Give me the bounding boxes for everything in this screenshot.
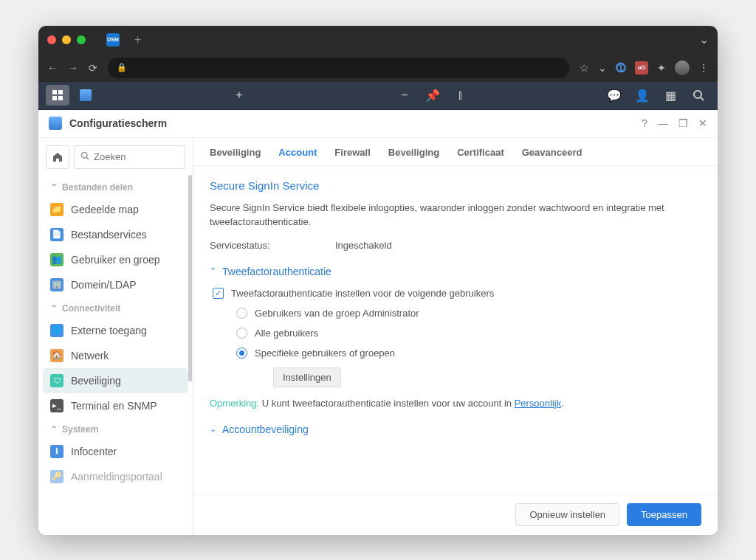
settings-button[interactable]: Instellingen [273, 367, 341, 387]
dsm-chat-icon[interactable]: 💬 [602, 85, 626, 106]
pocket-icon[interactable]: ⌄ [598, 62, 607, 74]
dsm-pin-button[interactable]: 📌 [421, 85, 444, 106]
dsm-toolbar: + − 📌 ⫿ 💬 👤 ▦ [38, 82, 718, 110]
browser-nav-bar: ← → ⟳ 🔒 ☆ ⌄ ⓵ uO ✦ ⋮ [38, 54, 718, 82]
checkbox-enable-2fa[interactable]: ✓ Tweefactorauthenticatie instellen voor… [213, 288, 701, 299]
minimize-icon[interactable]: — [658, 117, 668, 129]
onepassword-icon[interactable]: ⓵ [616, 62, 626, 74]
svg-rect-3 [58, 96, 63, 100]
tab-bar: Beveiliging Account Firewall Beveiliging… [193, 138, 718, 166]
sidebar-item-user-group[interactable]: 👥Gebruiker en groep [43, 247, 188, 272]
svg-rect-2 [52, 96, 57, 100]
close-window-icon[interactable] [47, 35, 56, 44]
close-icon[interactable]: ✕ [698, 117, 707, 129]
address-bar[interactable]: 🔒 [108, 58, 569, 78]
apply-button[interactable]: Toepassen [627, 503, 701, 526]
radio-icon [236, 328, 247, 339]
control-panel-icon [49, 117, 62, 130]
dsm-panel-button[interactable]: ⫿ [449, 85, 472, 106]
minimize-window-icon[interactable] [62, 35, 71, 44]
radio-all-users[interactable]: Alle gebruikers [236, 328, 701, 339]
dsm-control-panel-button[interactable] [74, 85, 97, 106]
extensions-icon[interactable]: ✦ [657, 62, 666, 74]
section-toggle-2fa[interactable]: ⌃ Tweefactorauthenticatie [210, 266, 701, 277]
tab-security1[interactable]: Beveiliging [210, 147, 261, 165]
sidebar-item-login-portal[interactable]: 🔑Aanmeldingsportaal [43, 464, 188, 489]
maximize-window-icon[interactable] [77, 35, 86, 44]
window-titlebar: Configuratiescherm ? — ❐ ✕ [38, 110, 718, 138]
svg-rect-0 [52, 90, 57, 94]
folder-icon: 📁 [50, 203, 63, 216]
domain-icon: 🏢 [50, 278, 63, 291]
sidebar-item-security[interactable]: 🛡Beveiliging [43, 368, 188, 393]
svg-point-4 [694, 91, 701, 98]
help-icon[interactable]: ? [642, 117, 647, 129]
sidebar-item-domain-ldap[interactable]: 🏢Domein/LDAP [43, 272, 188, 297]
sidebar-section-system[interactable]: ⌃Systeem [43, 418, 188, 439]
login-icon: 🔑 [50, 470, 63, 483]
sidebar-item-network[interactable]: 🏠Netwerk [43, 343, 188, 368]
settings-panel: Secure SignIn Service Secure SignIn Serv… [193, 166, 718, 494]
service-status-row: Servicestatus: Ingeschakeld [210, 240, 701, 251]
browser-tab-bar: DSM + ⌄ [38, 26, 718, 54]
dsm-widgets-icon[interactable]: ▦ [659, 85, 682, 106]
network-icon: 🏠 [50, 349, 63, 362]
tab-account[interactable]: Account [278, 147, 317, 165]
svg-point-6 [82, 153, 88, 159]
search-icon [80, 151, 89, 162]
profile-avatar[interactable] [675, 61, 690, 75]
svg-rect-1 [58, 90, 63, 94]
sidebar-scrollbar[interactable] [188, 175, 192, 381]
tab-security2[interactable]: Beveiliging [388, 147, 439, 165]
tab-certificate[interactable]: Certificaat [457, 147, 504, 165]
dsm-dashboard-button[interactable] [46, 85, 69, 106]
sidebar-item-terminal-snmp[interactable]: ▸_Terminal en SNMP [43, 393, 188, 418]
radio-specific-users[interactable]: Specifieke gebruikers of groepen [236, 348, 701, 359]
info-icon: ℹ [50, 445, 63, 458]
status-value: Ingeschakeld [335, 240, 392, 251]
sidebar-item-shared-folder[interactable]: 📁Gedeelde map [43, 197, 188, 222]
tab-advanced[interactable]: Geavanceerd [522, 147, 583, 165]
personal-link[interactable]: Persoonlijk [515, 398, 562, 409]
signin-description: Secure SignIn Service biedt flexibele in… [210, 201, 701, 229]
sidebar-section-connectivity[interactable]: ⌃Connectiviteit [43, 297, 188, 318]
reload-icon[interactable]: ⟳ [89, 62, 97, 74]
content-area: Beveiliging Account Firewall Beveiliging… [193, 138, 718, 535]
radio-icon [236, 348, 247, 359]
new-tab-button[interactable]: + [134, 33, 141, 46]
tab-firewall[interactable]: Firewall [334, 147, 370, 165]
window-body: ⌃Bestanden delen 📁Gedeelde map 📄Bestands… [38, 138, 718, 535]
section-toggle-account-security[interactable]: ⌄ Accountbeveiliging [210, 424, 701, 438]
sidebar-item-file-services[interactable]: 📄Bestandservices [43, 222, 188, 247]
sidebar-section-share[interactable]: ⌃Bestanden delen [43, 176, 188, 197]
search-input[interactable] [74, 145, 185, 169]
lock-icon: 🔒 [117, 63, 127, 72]
back-icon[interactable]: ← [47, 62, 58, 74]
sidebar: ⌃Bestanden delen 📁Gedeelde map 📄Bestands… [38, 138, 193, 535]
dsm-search-icon[interactable] [687, 85, 710, 106]
maximize-icon[interactable]: ❐ [678, 117, 688, 129]
ublock-icon[interactable]: uO [635, 61, 648, 75]
browser-menu-icon[interactable]: ⋮ [698, 62, 709, 74]
dsm-minimize-button[interactable]: − [393, 85, 416, 106]
star-icon[interactable]: ☆ [580, 62, 589, 74]
dsm-user-icon[interactable]: 👤 [630, 85, 654, 106]
chevron-up-icon: ⌃ [50, 182, 58, 193]
radio-admin-group[interactable]: Gebruikers van de groep Administrator [236, 308, 701, 319]
radio-group-2fa-users: Gebruikers van de groep Administrator Al… [236, 308, 701, 398]
terminal-icon: ▸_ [50, 399, 63, 412]
forward-icon[interactable]: → [68, 62, 78, 74]
footer-buttons: Opnieuw instellen Toepassen [193, 494, 718, 535]
reset-button[interactable]: Opnieuw instellen [515, 503, 619, 526]
svg-line-5 [701, 97, 704, 100]
window-title: Configuratiescherm [69, 117, 167, 129]
home-button[interactable] [46, 145, 69, 169]
dsm-add-button[interactable]: + [227, 85, 251, 106]
search-field[interactable] [94, 151, 179, 162]
tab-dropdown-icon[interactable]: ⌄ [699, 32, 709, 46]
sidebar-item-info-center[interactable]: ℹInfocenter [43, 439, 188, 464]
browser-tab[interactable]: DSM [106, 33, 120, 46]
sidebar-item-external-access[interactable]: 🌐Externe toegang [43, 318, 188, 343]
section-title-signin: Secure SignIn Service [210, 179, 701, 192]
note-label: Opmerking: [210, 398, 259, 409]
